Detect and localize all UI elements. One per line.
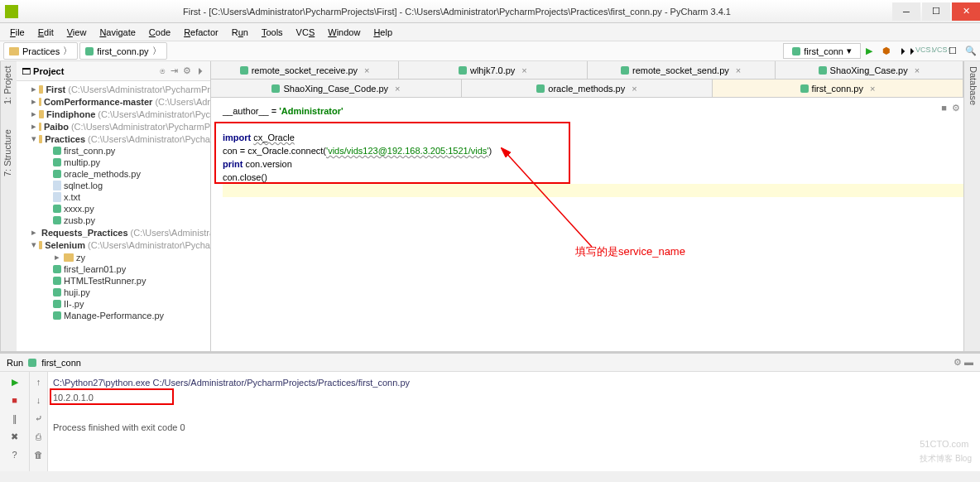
project-tree[interactable]: ▸First (C:\Users\Administrator\PycharmPr… xyxy=(17,81,210,351)
close-tab-icon[interactable]: × xyxy=(395,84,400,94)
scroll-from-source-icon[interactable]: ⍟ xyxy=(160,65,166,76)
close-tab-icon[interactable]: × xyxy=(736,65,741,75)
run-toolbar: ▶ ■ ‖ ✖ ? xyxy=(0,372,30,471)
editor-area: remote_socket_receive.py× wlhjk7.0.py× r… xyxy=(211,61,963,351)
console-exit-line: Process finished with exit code 0 xyxy=(53,420,975,435)
menu-file[interactable]: File xyxy=(5,26,30,39)
editor-settings-icon[interactable]: ⚙ xyxy=(952,101,960,114)
breadcrumb-file[interactable]: first_conn.py〉 xyxy=(79,42,166,60)
settings-icon[interactable]: ☐ xyxy=(949,46,960,57)
menu-refactor[interactable]: Refactor xyxy=(179,26,223,39)
close-tab-icon[interactable]: × xyxy=(870,84,875,94)
window-buttons: ─ ☐ ✕ xyxy=(891,2,980,21)
project-panel-title: Project xyxy=(33,66,64,76)
wrap-icon[interactable]: ⤶ xyxy=(32,412,46,425)
left-toolwindow-bar[interactable]: 7: Structure 1: Project xyxy=(0,61,17,351)
rerun-icon[interactable]: ▶ xyxy=(8,375,22,388)
breadcrumb-folder[interactable]: Practices〉 xyxy=(3,42,78,60)
inspection-indicator-icon[interactable]: ■ xyxy=(941,101,947,114)
vcs-commit-icon[interactable]: VCS↑ xyxy=(932,46,944,57)
annotation-arrow xyxy=(501,147,600,255)
down-icon[interactable]: ↓ xyxy=(32,393,46,407)
menu-run[interactable]: Run xyxy=(227,26,253,39)
console-output[interactable]: C:\Python27\python.exe C:/Users/Administ… xyxy=(48,372,980,471)
close-tab-icon[interactable]: × xyxy=(915,65,920,75)
run-toolbar-2: ↑ ↓ ⤶ ⎙ 🗑 xyxy=(30,372,48,471)
app-icon xyxy=(5,5,18,18)
tab-remote-receive[interactable]: remote_socket_receive.py× xyxy=(211,61,399,79)
folder-icon xyxy=(9,47,19,55)
up-icon[interactable]: ↑ xyxy=(32,375,46,388)
debug-button-icon[interactable]: ⬢ xyxy=(882,46,894,57)
menu-tools[interactable]: Tools xyxy=(257,26,288,39)
window-title: First - [C:\Users\Administrator\PycharmP… xyxy=(23,7,891,17)
settings-gear-icon[interactable]: ⚙ xyxy=(183,65,191,76)
run-header: Run first_conn ⚙ ▬ xyxy=(0,354,980,372)
code-editor[interactable]: __author__ = 'Administrator' import cx_O… xyxy=(211,98,963,351)
pause-icon[interactable]: ‖ xyxy=(8,412,22,425)
watermark: 51CTO.com技术博客 Blog xyxy=(920,434,972,466)
tab-database[interactable]: Database xyxy=(968,66,978,105)
menu-help[interactable]: Help xyxy=(368,26,397,39)
close-tab-icon[interactable]: × xyxy=(632,84,637,94)
menu-window[interactable]: Window xyxy=(323,26,365,39)
titlebar: First - [C:\Users\Administrator\PycharmP… xyxy=(0,0,980,23)
tab-oracle-methods[interactable]: oracle_methods.py× xyxy=(462,80,713,97)
main-content: 7: Structure 1: Project 🗖 Project ⍟ ⇥ ⚙ … xyxy=(0,61,980,351)
project-tool-window: 🗖 Project ⍟ ⇥ ⚙ ⏵ ▸First (C:\Users\Admin… xyxy=(17,61,211,351)
help-icon[interactable]: ? xyxy=(8,448,22,461)
tab-structure[interactable]: 7: Structure xyxy=(2,129,15,176)
close-run-icon[interactable]: ✖ xyxy=(8,430,22,443)
menu-view[interactable]: View xyxy=(62,26,92,39)
run-config-name: first_conn xyxy=(41,358,81,368)
python-file-icon xyxy=(85,47,94,55)
project-panel-header: 🗖 Project ⍟ ⇥ ⚙ ⏵ xyxy=(17,61,210,81)
tab-first-conn[interactable]: first_conn.py× xyxy=(713,80,963,97)
run-config-selector[interactable]: first_conn▾ xyxy=(783,43,861,59)
run-button-icon[interactable]: ▶ xyxy=(866,46,877,57)
menu-code[interactable]: Code xyxy=(144,26,175,39)
stop-icon[interactable]: ■ xyxy=(8,393,22,407)
maximize-button[interactable]: ☐ xyxy=(922,2,950,21)
annotation-text: 填写的是service_name xyxy=(575,245,685,258)
run-tool-window: Run first_conn ⚙ ▬ ▶ ■ ‖ ✖ ? ↑ ↓ ⤶ ⎙ 🗑 C… xyxy=(0,351,980,471)
python-file-icon xyxy=(28,359,36,367)
collapse-all-icon[interactable]: ⇥ xyxy=(171,65,178,76)
menu-vcs[interactable]: VCS xyxy=(291,26,320,39)
output-highlight-box xyxy=(50,388,174,405)
editor-tabs-row-2: ShaoXing_Case_Code.py× oracle_methods.py… xyxy=(211,80,963,98)
hide-panel-icon[interactable]: ⏵ xyxy=(196,65,205,76)
console-command: C:\Python27\python.exe C:/Users/Administ… xyxy=(53,375,975,390)
run-settings-icon[interactable]: ⚙ ▬ xyxy=(954,357,973,368)
tab-shaoxing-case[interactable]: ShaoXing_Case.py× xyxy=(776,61,963,79)
python-file-icon xyxy=(792,47,800,55)
right-toolwindow-bar[interactable]: Database xyxy=(963,61,980,351)
coverage-icon[interactable]: ⏵⏵ xyxy=(899,46,910,57)
menu-navigate[interactable]: Navigate xyxy=(94,26,140,39)
tab-wlhjk[interactable]: wlhjk7.0.py× xyxy=(399,61,587,79)
close-tab-icon[interactable]: × xyxy=(521,65,526,75)
trash-icon[interactable]: 🗑 xyxy=(32,448,46,461)
editor-gutter-icons: ■⚙ xyxy=(941,101,960,114)
close-tab-icon[interactable]: × xyxy=(364,65,369,75)
menu-edit[interactable]: Edit xyxy=(33,26,59,39)
run-label: Run xyxy=(7,358,23,368)
svg-line-0 xyxy=(505,152,592,247)
editor-tabs-row-1: remote_socket_receive.py× wlhjk7.0.py× r… xyxy=(211,61,963,80)
tab-remote-send[interactable]: remote_socket_send.py× xyxy=(588,61,776,79)
minimize-button[interactable]: ─ xyxy=(892,2,920,21)
vcs-update-icon[interactable]: VCS↓ xyxy=(915,46,927,57)
print-icon[interactable]: ⎙ xyxy=(32,430,46,443)
tab-shaoxing-code[interactable]: ShaoXing_Case_Code.py× xyxy=(211,80,462,97)
menubar: File Edit View Navigate Code Refactor Ru… xyxy=(0,23,980,41)
search-everywhere-icon[interactable]: 🔍 xyxy=(965,46,977,57)
navigation-bar: Practices〉 first_conn.py〉 first_conn▾ ▶ … xyxy=(0,41,980,61)
tab-project[interactable]: 1: Project xyxy=(2,66,15,104)
close-button[interactable]: ✕ xyxy=(952,2,980,21)
